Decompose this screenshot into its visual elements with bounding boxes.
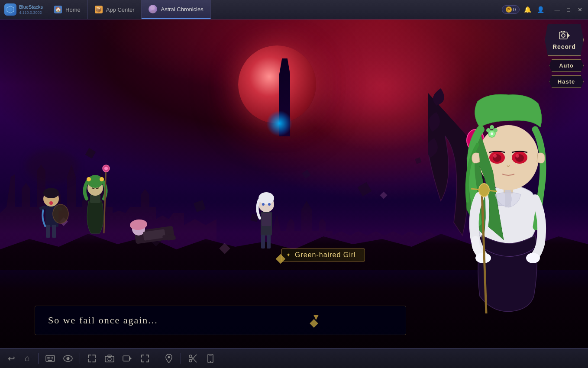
- character-2: [84, 165, 110, 233]
- svg-marker-1: [8, 7, 13, 12]
- notification-icon[interactable]: 🔔: [522, 4, 533, 15]
- window-controls: — □ ✕: [549, 5, 588, 14]
- haste-button[interactable]: Haste: [549, 75, 584, 88]
- svg-rect-70: [52, 357, 53, 358]
- svg-point-2: [151, 6, 155, 10]
- keyboard-button[interactable]: [42, 351, 58, 366]
- record-label: Record: [552, 43, 576, 50]
- svg-line-88: [192, 357, 197, 362]
- svg-point-78: [67, 357, 70, 360]
- svg-point-55: [493, 128, 498, 132]
- character-3: [129, 219, 176, 244]
- game-tab-label: Astral Chronicles: [161, 6, 203, 13]
- svg-point-21: [87, 177, 91, 181]
- svg-point-20: [104, 167, 108, 170]
- character-1: [39, 188, 68, 238]
- user-icon[interactable]: 👤: [535, 4, 546, 15]
- record-icon: [558, 29, 570, 42]
- svg-rect-9: [46, 225, 50, 238]
- svg-rect-63: [561, 31, 562, 32]
- svg-point-15: [87, 175, 103, 188]
- svg-point-3: [150, 10, 155, 13]
- location-button[interactable]: [161, 351, 177, 366]
- svg-rect-71: [47, 358, 48, 359]
- fullscreen-button[interactable]: [137, 351, 153, 366]
- fullscreen-icon: [140, 354, 150, 363]
- app-version-label: 4.110.0.3002: [19, 10, 43, 15]
- svg-point-35: [262, 203, 265, 206]
- taskbar-separator-3: [157, 353, 157, 364]
- game-container[interactable]: Record Auto Haste Green-haired Girl So w…: [0, 19, 588, 348]
- maximize-button[interactable]: □: [564, 5, 573, 14]
- svg-line-89: [192, 355, 197, 360]
- svg-rect-34: [267, 235, 271, 249]
- minimize-button[interactable]: —: [552, 5, 562, 14]
- phone-icon: [207, 354, 213, 363]
- location-icon: [165, 354, 172, 363]
- svg-rect-33: [261, 235, 265, 249]
- character-4: [257, 192, 274, 249]
- svg-rect-64: [563, 31, 565, 32]
- tab-game[interactable]: Astral Chronicles: [142, 0, 210, 19]
- home-tab-icon: 🏠: [54, 6, 62, 13]
- svg-point-92: [210, 361, 211, 362]
- bluestacks-name: BlueStacks 4.110.0.3002: [19, 4, 43, 14]
- svg-point-79: [67, 357, 68, 358]
- svg-rect-68: [49, 357, 50, 358]
- record-button[interactable]: Record: [545, 24, 584, 56]
- svg-rect-74: [51, 358, 52, 359]
- phone-button[interactable]: [203, 351, 218, 366]
- svg-point-47: [516, 154, 519, 158]
- game-ui-overlay: Record Auto Haste: [545, 24, 584, 88]
- svg-point-85: [168, 356, 170, 358]
- svg-point-81: [108, 357, 111, 361]
- back-button[interactable]: ↩: [4, 352, 18, 365]
- svg-point-36: [268, 203, 271, 206]
- taskbar: ↩ ⌂: [0, 348, 588, 368]
- dialogue-box[interactable]: So we fail once again...: [35, 306, 406, 335]
- scissors-button[interactable]: [185, 351, 200, 366]
- close-button[interactable]: ✕: [575, 5, 585, 14]
- svg-point-52: [526, 253, 540, 263]
- resize-button[interactable]: [84, 351, 100, 366]
- tab-appcenter[interactable]: 📦 App Center: [88, 0, 142, 19]
- svg-rect-10: [52, 225, 56, 238]
- svg-point-57: [491, 132, 493, 135]
- tab-bar: 🏠 Home 📦 App Center Astral Chronicles: [47, 0, 498, 19]
- taskbar-separator-1: [38, 353, 39, 364]
- dialogue-text: So we fail once again...: [48, 315, 158, 326]
- svg-rect-83: [123, 356, 129, 361]
- home-nav-button[interactable]: ⌂: [20, 352, 34, 365]
- svg-rect-66: [47, 357, 48, 358]
- svg-point-46: [493, 154, 497, 158]
- svg-rect-76: [48, 360, 52, 361]
- eye-button[interactable]: [60, 351, 76, 366]
- svg-marker-60: [567, 33, 570, 38]
- svg-point-56: [490, 125, 494, 129]
- svg-marker-84: [129, 357, 132, 360]
- resize-icon: [87, 354, 97, 363]
- camera-button[interactable]: [102, 351, 117, 366]
- appcenter-tab-icon: 📦: [95, 6, 103, 13]
- svg-point-12: [49, 201, 53, 205]
- camera-icon: [105, 355, 114, 362]
- tab-home[interactable]: 🏠 Home: [47, 0, 88, 19]
- app-name-label: BlueStacks: [19, 4, 43, 10]
- svg-point-31: [258, 192, 274, 204]
- auto-button[interactable]: Auto: [549, 59, 584, 72]
- speaker-tag: Green-haired Girl: [281, 249, 365, 261]
- speaker-name: Green-haired Girl: [295, 251, 356, 259]
- title-extras: P 0 🔔 👤: [498, 4, 549, 15]
- title-bar: BlueStacks 4.110.0.3002 🏠 Home 📦 App Cen…: [0, 0, 588, 19]
- svg-point-62: [562, 34, 565, 37]
- game-tab-icon: [149, 5, 157, 13]
- svg-rect-91: [209, 355, 212, 355]
- bluestacks-logo: BlueStacks 4.110.0.3002: [0, 3, 47, 16]
- svg-point-54: [486, 128, 491, 132]
- record-taskbar-button[interactable]: [120, 351, 135, 366]
- svg-rect-75: [52, 358, 53, 359]
- haste-label: Haste: [558, 78, 575, 85]
- floating-object: [266, 110, 292, 136]
- coin-icon: P: [506, 6, 512, 13]
- bluestacks-icon: [4, 3, 16, 16]
